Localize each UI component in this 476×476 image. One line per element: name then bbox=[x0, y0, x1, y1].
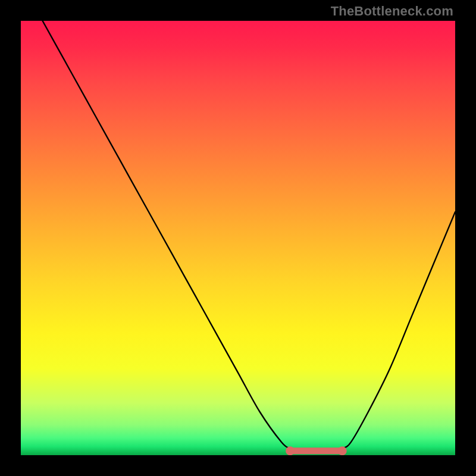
chart-frame: TheBottleneck.com bbox=[0, 0, 476, 476]
flat-segment bbox=[286, 446, 347, 455]
attribution-text: TheBottleneck.com bbox=[331, 4, 453, 19]
curve-svg bbox=[21, 21, 455, 455]
bottleneck-curve bbox=[43, 21, 456, 453]
svg-point-0 bbox=[286, 446, 295, 455]
plot-area bbox=[21, 21, 455, 455]
svg-point-1 bbox=[338, 446, 347, 455]
